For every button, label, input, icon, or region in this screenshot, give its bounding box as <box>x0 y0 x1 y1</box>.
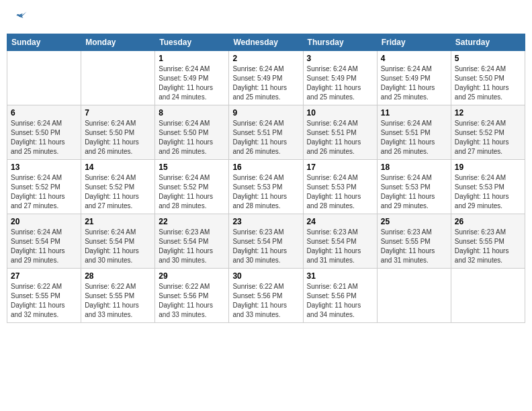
day-number: 1 <box>159 54 225 63</box>
day-info: Sunrise: 6:22 AM Sunset: 5:56 PM Dayligh… <box>159 282 225 320</box>
day-number: 6 <box>11 108 77 118</box>
day-number: 18 <box>381 163 447 172</box>
day-number: 22 <box>159 217 225 226</box>
day-number: 2 <box>232 54 299 63</box>
calendar-table: SundayMondayTuesdayWednesdayThursdayFrid… <box>7 34 525 323</box>
day-info: Sunrise: 6:23 AM Sunset: 5:55 PM Dayligh… <box>381 228 447 265</box>
day-number: 17 <box>307 163 373 172</box>
day-number: 23 <box>232 217 299 226</box>
calendar-cell: 29Sunrise: 6:22 AM Sunset: 5:56 PM Dayli… <box>155 269 229 323</box>
day-number: 15 <box>159 163 225 172</box>
calendar-cell: 17Sunrise: 6:24 AM Sunset: 5:53 PM Dayli… <box>303 160 377 214</box>
day-info: Sunrise: 6:24 AM Sunset: 5:51 PM Dayligh… <box>307 119 373 156</box>
weekday-header: Wednesday <box>229 34 303 51</box>
day-info: Sunrise: 6:24 AM Sunset: 5:53 PM Dayligh… <box>381 173 447 211</box>
calendar-cell: 15Sunrise: 6:24 AM Sunset: 5:52 PM Dayli… <box>155 160 229 214</box>
day-info: Sunrise: 6:23 AM Sunset: 5:55 PM Dayligh… <box>455 228 521 265</box>
day-number: 5 <box>455 54 521 63</box>
day-info: Sunrise: 6:24 AM Sunset: 5:54 PM Dayligh… <box>85 228 151 265</box>
day-number: 19 <box>455 163 521 172</box>
day-info: Sunrise: 6:24 AM Sunset: 5:49 PM Dayligh… <box>232 64 299 102</box>
calendar-cell: 5Sunrise: 6:24 AM Sunset: 5:50 PM Daylig… <box>451 51 525 105</box>
calendar-week-row: 6Sunrise: 6:24 AM Sunset: 5:50 PM Daylig… <box>7 105 525 160</box>
calendar-cell: 9Sunrise: 6:24 AM Sunset: 5:51 PM Daylig… <box>229 105 303 160</box>
calendar-cell <box>7 51 81 105</box>
calendar-cell: 18Sunrise: 6:24 AM Sunset: 5:53 PM Dayli… <box>377 160 451 214</box>
day-info: Sunrise: 6:22 AM Sunset: 5:55 PM Dayligh… <box>11 282 77 320</box>
day-info: Sunrise: 6:24 AM Sunset: 5:50 PM Dayligh… <box>11 119 77 156</box>
day-info: Sunrise: 6:24 AM Sunset: 5:52 PM Dayligh… <box>159 173 225 211</box>
calendar-cell: 12Sunrise: 6:24 AM Sunset: 5:52 PM Dayli… <box>451 105 525 160</box>
day-info: Sunrise: 6:24 AM Sunset: 5:53 PM Dayligh… <box>455 173 521 211</box>
calendar-cell: 21Sunrise: 6:24 AM Sunset: 5:54 PM Dayli… <box>81 214 155 269</box>
day-info: Sunrise: 6:24 AM Sunset: 5:54 PM Dayligh… <box>11 228 77 265</box>
day-info: Sunrise: 6:24 AM Sunset: 5:52 PM Dayligh… <box>11 173 77 211</box>
day-info: Sunrise: 6:23 AM Sunset: 5:54 PM Dayligh… <box>232 228 299 265</box>
calendar-cell <box>377 269 451 323</box>
weekday-header: Thursday <box>303 34 377 51</box>
day-info: Sunrise: 6:24 AM Sunset: 5:52 PM Dayligh… <box>85 173 151 211</box>
day-info: Sunrise: 6:24 AM Sunset: 5:51 PM Dayligh… <box>381 119 447 156</box>
day-number: 3 <box>307 54 373 63</box>
calendar-cell: 16Sunrise: 6:24 AM Sunset: 5:53 PM Dayli… <box>229 160 303 214</box>
calendar-cell: 31Sunrise: 6:21 AM Sunset: 5:56 PM Dayli… <box>303 269 377 323</box>
day-number: 10 <box>307 108 373 118</box>
calendar-cell: 4Sunrise: 6:24 AM Sunset: 5:49 PM Daylig… <box>377 51 451 105</box>
calendar-cell: 30Sunrise: 6:22 AM Sunset: 5:56 PM Dayli… <box>229 269 303 323</box>
calendar-cell: 28Sunrise: 6:22 AM Sunset: 5:55 PM Dayli… <box>81 269 155 323</box>
day-number: 16 <box>232 163 299 172</box>
calendar-cell: 13Sunrise: 6:24 AM Sunset: 5:52 PM Dayli… <box>7 160 81 214</box>
calendar-cell: 14Sunrise: 6:24 AM Sunset: 5:52 PM Dayli… <box>81 160 155 214</box>
day-number: 30 <box>232 271 299 281</box>
day-number: 9 <box>232 108 299 118</box>
day-info: Sunrise: 6:24 AM Sunset: 5:51 PM Dayligh… <box>232 119 299 156</box>
calendar-week-row: 13Sunrise: 6:24 AM Sunset: 5:52 PM Dayli… <box>7 160 525 214</box>
calendar-cell: 20Sunrise: 6:24 AM Sunset: 5:54 PM Dayli… <box>7 214 81 269</box>
day-info: Sunrise: 6:23 AM Sunset: 5:54 PM Dayligh… <box>307 228 373 265</box>
day-number: 4 <box>381 54 447 63</box>
day-info: Sunrise: 6:24 AM Sunset: 5:49 PM Dayligh… <box>307 64 373 102</box>
calendar-cell: 23Sunrise: 6:23 AM Sunset: 5:54 PM Dayli… <box>229 214 303 269</box>
day-number: 20 <box>11 217 77 226</box>
day-number: 21 <box>85 217 151 226</box>
day-info: Sunrise: 6:22 AM Sunset: 5:56 PM Dayligh… <box>232 282 299 320</box>
calendar-cell: 27Sunrise: 6:22 AM Sunset: 5:55 PM Dayli… <box>7 269 81 323</box>
day-info: Sunrise: 6:23 AM Sunset: 5:54 PM Dayligh… <box>159 228 225 265</box>
calendar-cell: 10Sunrise: 6:24 AM Sunset: 5:51 PM Dayli… <box>303 105 377 160</box>
weekday-header: Saturday <box>451 34 525 51</box>
day-number: 13 <box>11 163 77 172</box>
day-info: Sunrise: 6:24 AM Sunset: 5:53 PM Dayligh… <box>307 173 373 211</box>
day-number: 26 <box>455 217 521 226</box>
day-number: 14 <box>85 163 151 172</box>
calendar-cell: 8Sunrise: 6:24 AM Sunset: 5:50 PM Daylig… <box>155 105 229 160</box>
calendar-cell: 1Sunrise: 6:24 AM Sunset: 5:49 PM Daylig… <box>155 51 229 105</box>
calendar-cell: 26Sunrise: 6:23 AM Sunset: 5:55 PM Dayli… <box>451 214 525 269</box>
calendar-week-row: 20Sunrise: 6:24 AM Sunset: 5:54 PM Dayli… <box>7 214 525 269</box>
weekday-header: Sunday <box>7 34 81 51</box>
day-number: 7 <box>85 108 151 118</box>
calendar-cell: 19Sunrise: 6:24 AM Sunset: 5:53 PM Dayli… <box>451 160 525 214</box>
day-number: 31 <box>307 271 373 281</box>
logo <box>13 10 28 24</box>
calendar-cell <box>81 51 155 105</box>
weekday-header: Monday <box>81 34 155 51</box>
calendar-week-row: 27Sunrise: 6:22 AM Sunset: 5:55 PM Dayli… <box>7 269 525 323</box>
weekday-header: Tuesday <box>155 34 229 51</box>
calendar-cell: 25Sunrise: 6:23 AM Sunset: 5:55 PM Dayli… <box>377 214 451 269</box>
day-info: Sunrise: 6:22 AM Sunset: 5:55 PM Dayligh… <box>85 282 151 320</box>
logo-bird-icon <box>15 10 28 24</box>
calendar-cell: 24Sunrise: 6:23 AM Sunset: 5:54 PM Dayli… <box>303 214 377 269</box>
day-info: Sunrise: 6:21 AM Sunset: 5:56 PM Dayligh… <box>307 282 373 320</box>
day-info: Sunrise: 6:24 AM Sunset: 5:53 PM Dayligh… <box>232 173 299 211</box>
day-number: 25 <box>381 217 447 226</box>
calendar-cell: 7Sunrise: 6:24 AM Sunset: 5:50 PM Daylig… <box>81 105 155 160</box>
calendar-week-row: 1Sunrise: 6:24 AM Sunset: 5:49 PM Daylig… <box>7 51 525 105</box>
page-header <box>7 7 525 27</box>
weekday-header: Friday <box>377 34 451 51</box>
day-number: 12 <box>455 108 521 118</box>
day-info: Sunrise: 6:24 AM Sunset: 5:50 PM Dayligh… <box>85 119 151 156</box>
calendar-cell <box>451 269 525 323</box>
day-info: Sunrise: 6:24 AM Sunset: 5:52 PM Dayligh… <box>455 119 521 156</box>
calendar-cell: 3Sunrise: 6:24 AM Sunset: 5:49 PM Daylig… <box>303 51 377 105</box>
calendar-cell: 11Sunrise: 6:24 AM Sunset: 5:51 PM Dayli… <box>377 105 451 160</box>
